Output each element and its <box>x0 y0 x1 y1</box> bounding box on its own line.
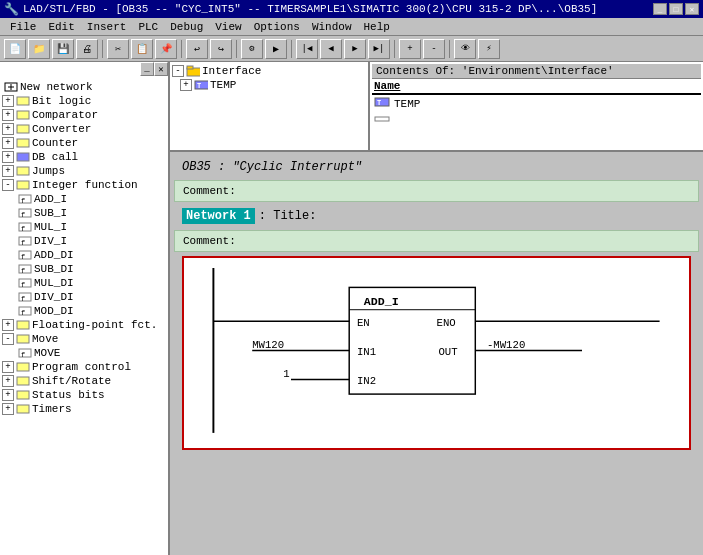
paste-btn[interactable]: 📌 <box>155 39 177 59</box>
tree-counter[interactable]: + Counter <box>2 136 166 150</box>
mul-i-icon: f <box>18 221 32 233</box>
integer-function-expand[interactable]: - <box>2 179 14 191</box>
panel-close-1[interactable]: _ <box>140 62 154 76</box>
timers-expand[interactable]: + <box>2 403 14 415</box>
monitor-btn[interactable]: 👁 <box>454 39 476 59</box>
open-btn[interactable]: 📁 <box>28 39 50 59</box>
svg-text:f: f <box>21 281 25 289</box>
add-i-icon: f <box>18 193 32 205</box>
interface-tree-temp[interactable]: + T TEMP <box>180 78 366 92</box>
new-btn[interactable]: 📄 <box>4 39 26 59</box>
zoom-in[interactable]: + <box>399 39 421 59</box>
cut-btn[interactable]: ✂ <box>107 39 129 59</box>
tree-bit-logic[interactable]: + Bit logic <box>2 94 166 108</box>
tree-shift-rotate[interactable]: + Shift/Rotate <box>2 374 166 388</box>
db-call-expand[interactable]: + <box>2 151 14 163</box>
tree-new-network[interactable]: New network <box>2 80 166 94</box>
tree-comparator[interactable]: + Comparator <box>2 108 166 122</box>
move-expand[interactable]: - <box>2 333 14 345</box>
comparator-expand[interactable]: + <box>2 109 14 121</box>
status-bits-expand[interactable]: + <box>2 389 14 401</box>
tree-move[interactable]: - Move <box>2 332 166 346</box>
mul-di-icon: f <box>18 277 32 289</box>
run-btn[interactable]: ▶ <box>265 39 287 59</box>
bit-logic-expand[interactable]: + <box>2 95 14 107</box>
tree-div-di[interactable]: f DIV_DI <box>2 290 166 304</box>
nav-last[interactable]: ▶| <box>368 39 390 59</box>
svg-text:ENO: ENO <box>437 317 456 329</box>
minimize-btn[interactable]: _ <box>653 3 667 15</box>
save-btn[interactable]: 💾 <box>52 39 74 59</box>
program-control-icon <box>16 361 30 373</box>
temp-icon: T <box>194 79 208 91</box>
tree-mul-i[interactable]: f MUL_I <box>2 220 166 234</box>
nav-first[interactable]: |◀ <box>296 39 318 59</box>
title-bar-left: 🔧 LAD/STL/FBD - [OB35 -- "CYC_INT5" -- T… <box>4 2 597 17</box>
undo-btn[interactable]: ↩ <box>186 39 208 59</box>
tree-integer-function[interactable]: - Integer function <box>2 178 166 192</box>
tree-mod-di[interactable]: f MOD_DI <box>2 304 166 318</box>
interface-tree-root[interactable]: - Interface <box>172 64 366 78</box>
menu-help[interactable]: Help <box>357 20 395 34</box>
shift-rotate-icon <box>16 375 30 387</box>
nav-next[interactable]: ▶ <box>344 39 366 59</box>
tree-move-item[interactable]: f MOVE <box>2 346 166 360</box>
svg-rect-29 <box>17 335 29 343</box>
nav-prev[interactable]: ◀ <box>320 39 342 59</box>
integer-function-label: Integer function <box>32 179 138 191</box>
tree-converter[interactable]: + Converter <box>2 122 166 136</box>
tree-sub-i[interactable]: f SUB_I <box>2 206 166 220</box>
title-bar: 🔧 LAD/STL/FBD - [OB35 -- "CYC_INT5" -- T… <box>0 0 703 18</box>
menu-options[interactable]: Options <box>248 20 306 34</box>
jumps-expand[interactable]: + <box>2 165 14 177</box>
tree-timers[interactable]: + Timers <box>2 402 166 416</box>
menu-insert[interactable]: Insert <box>81 20 133 34</box>
sep6 <box>449 40 450 58</box>
temp-expand[interactable]: + <box>180 79 192 91</box>
menu-bar: File Edit Insert PLC Debug View Options … <box>0 18 703 36</box>
print-btn[interactable]: 🖨 <box>76 39 98 59</box>
window-controls: _ □ ✕ <box>653 3 699 15</box>
redo-btn[interactable]: ↪ <box>210 39 232 59</box>
interface-contents: Contents Of: 'Environment\Interface' Nam… <box>370 62 703 150</box>
main-content: _ ✕ New network + Bit logic <box>0 62 703 555</box>
close-btn[interactable]: ✕ <box>685 3 699 15</box>
force-btn[interactable]: ⚡ <box>478 39 500 59</box>
zoom-out[interactable]: - <box>423 39 445 59</box>
floating-point-expand[interactable]: + <box>2 319 14 331</box>
svg-text:IN2: IN2 <box>357 375 376 387</box>
tree-program-control[interactable]: + Program control <box>2 360 166 374</box>
tree-mul-di[interactable]: f MUL_DI <box>2 276 166 290</box>
interface-expand[interactable]: - <box>172 65 184 77</box>
compile-btn[interactable]: ⚙ <box>241 39 263 59</box>
menu-file[interactable]: File <box>4 20 42 34</box>
sub-i-icon: f <box>18 207 32 219</box>
menu-debug[interactable]: Debug <box>164 20 209 34</box>
converter-expand[interactable]: + <box>2 123 14 135</box>
counter-expand[interactable]: + <box>2 137 14 149</box>
tree-status-bits[interactable]: + Status bits <box>2 388 166 402</box>
maximize-btn[interactable]: □ <box>669 3 683 15</box>
shift-rotate-expand[interactable]: + <box>2 375 14 387</box>
title-text: LAD/STL/FBD - [OB35 -- "CYC_INT5" -- TIM… <box>23 3 597 15</box>
tree-add-di[interactable]: f ADD_DI <box>2 248 166 262</box>
program-control-expand[interactable]: + <box>2 361 14 373</box>
tree-sub-di[interactable]: f SUB_DI <box>2 262 166 276</box>
copy-btn[interactable]: 📋 <box>131 39 153 59</box>
move-item-label: MOVE <box>34 347 60 359</box>
tree-floating-point[interactable]: + Floating-point fct. <box>2 318 166 332</box>
panel-close-2[interactable]: ✕ <box>154 62 168 76</box>
tree-jumps[interactable]: + Jumps <box>2 164 166 178</box>
menu-edit[interactable]: Edit <box>42 20 80 34</box>
svg-rect-7 <box>17 153 29 161</box>
svg-text:f: f <box>21 239 25 247</box>
menu-window[interactable]: Window <box>306 20 358 34</box>
interface-folder-icon <box>186 65 200 77</box>
menu-view[interactable]: View <box>209 20 247 34</box>
tree-add-i[interactable]: f ADD_I <box>2 192 166 206</box>
code-area[interactable]: OB35 : "Cyclic Interrupt" Comment: Netwo… <box>170 152 703 555</box>
tree-div-i[interactable]: f DIV_I <box>2 234 166 248</box>
move-icon <box>16 333 30 345</box>
tree-db-call[interactable]: + DB call <box>2 150 166 164</box>
menu-plc[interactable]: PLC <box>132 20 164 34</box>
